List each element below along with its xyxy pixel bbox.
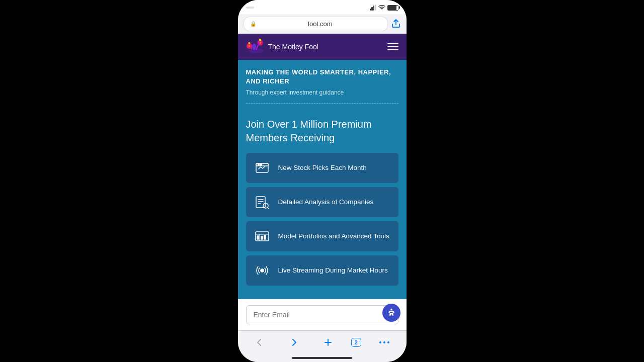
svg-rect-18 xyxy=(257,236,259,239)
svg-point-0 xyxy=(381,9,382,10)
home-indicator xyxy=(238,357,407,362)
join-title: Join Over 1 Million Premium Members Rece… xyxy=(246,118,398,145)
feature-card-streaming[interactable]: Live Streaming During Market Hours xyxy=(246,255,398,286)
feature-card-stock-picks[interactable]: New Stock Picks Each Month xyxy=(246,153,398,183)
svg-rect-13 xyxy=(256,197,265,208)
accessibility-button[interactable] xyxy=(382,304,400,322)
url-text: fool.com xyxy=(259,20,381,28)
svg-point-21 xyxy=(261,269,264,272)
wifi-icon xyxy=(378,4,385,12)
streaming-icon xyxy=(253,261,271,280)
logo-text: The Motley Fool xyxy=(268,43,318,51)
browser-bar: 2 xyxy=(238,330,407,357)
svg-point-22 xyxy=(390,309,392,310)
back-button[interactable] xyxy=(249,335,271,350)
svg-point-24 xyxy=(383,341,385,343)
status-time xyxy=(246,7,254,9)
svg-point-6 xyxy=(252,44,256,50)
signal-bars-icon xyxy=(370,5,376,11)
svg-rect-19 xyxy=(261,236,263,239)
feature-card-analysis[interactable]: Detailed Analysis of Companies xyxy=(246,187,398,217)
main-content: The Motley Fool MAKING THE WORLD SMARTER… xyxy=(238,34,407,330)
feature-label-stock-picks: New Stock Picks Each Month xyxy=(278,163,367,172)
lock-icon: 🔒 xyxy=(250,21,256,27)
analysis-icon xyxy=(253,193,271,211)
status-icons xyxy=(370,4,398,12)
forward-button[interactable] xyxy=(283,335,305,350)
email-input[interactable] xyxy=(246,305,398,324)
more-button[interactable] xyxy=(373,335,395,350)
svg-point-11 xyxy=(258,164,259,165)
stock-picks-icon xyxy=(253,159,271,177)
svg-point-23 xyxy=(379,341,381,343)
svg-point-12 xyxy=(260,164,262,165)
url-bar-container: 🔒 fool.com xyxy=(238,14,407,34)
status-bar xyxy=(238,0,407,14)
battery-icon xyxy=(387,5,398,11)
hero-headline: MAKING THE WORLD SMARTER, HAPPIER, AND R… xyxy=(246,68,398,86)
url-bar[interactable]: 🔒 fool.com xyxy=(244,17,387,31)
join-section: Join Over 1 Million Premium Members Rece… xyxy=(238,118,407,299)
feature-label-portfolio: Model Portfolios and Advanced Tools xyxy=(278,232,389,241)
new-tab-button[interactable] xyxy=(317,335,339,350)
hero-subtext: Through expert investment guidance xyxy=(246,89,398,96)
phone-frame: 🔒 fool.com xyxy=(238,0,407,362)
email-section xyxy=(238,299,407,330)
svg-point-8 xyxy=(248,42,250,44)
hamburger-menu[interactable] xyxy=(387,43,398,50)
home-bar xyxy=(292,357,352,359)
accessibility-icon xyxy=(386,308,396,318)
tab-count[interactable]: 2 xyxy=(351,338,361,347)
feature-card-portfolio[interactable]: Model Portfolios and Advanced Tools xyxy=(246,221,398,251)
portfolio-icon xyxy=(253,227,271,245)
svg-point-7 xyxy=(259,39,261,41)
jester-hat-icon xyxy=(246,39,266,55)
logo-area: The Motley Fool xyxy=(246,39,318,55)
divider xyxy=(246,103,398,104)
feature-label-analysis: Detailed Analysis of Companies xyxy=(278,198,374,207)
hero-section: MAKING THE WORLD SMARTER, HAPPIER, AND R… xyxy=(238,60,407,118)
share-icon[interactable] xyxy=(391,18,400,30)
svg-rect-20 xyxy=(264,235,266,239)
navbar: The Motley Fool xyxy=(238,34,407,60)
feature-label-streaming: Live Streaming During Market Hours xyxy=(278,266,388,275)
svg-point-25 xyxy=(387,341,389,343)
